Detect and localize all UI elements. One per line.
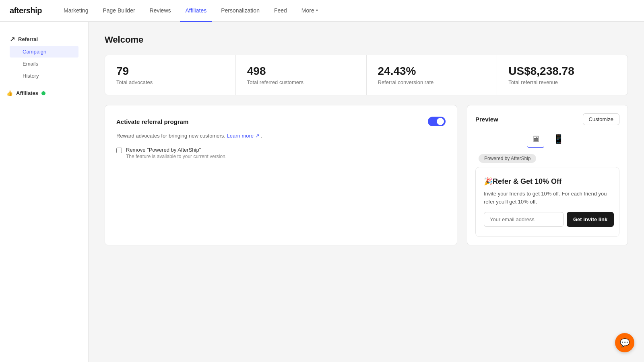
mobile-tab[interactable]: 📱 [549, 132, 568, 148]
nav-personalization[interactable]: Personalization [215, 0, 265, 22]
widget-title: 🎉Refer & Get 10% Off [484, 177, 611, 186]
preview-card: Preview Customize 🖥 📱 Powered by AfterSh… [467, 105, 628, 245]
widget-input-row: Get invite link [484, 212, 611, 227]
sidebar: ↗ Referral Campaign Emails History 👍 Aff… [0, 22, 89, 362]
activate-header: Activate referral program [116, 117, 446, 126]
stat-label-revenue: Total referral revenue [508, 79, 616, 85]
sidebar-referral-title[interactable]: ↗ Referral [6, 33, 82, 45]
customize-button[interactable]: Customize [583, 113, 619, 125]
logo: aftership [10, 6, 42, 15]
activate-toggle[interactable] [428, 117, 446, 126]
stat-value-conversion: 24.43% [378, 65, 486, 78]
stat-value-advocates: 79 [116, 65, 224, 78]
sidebar-item-emails[interactable]: Emails [10, 58, 78, 70]
stat-total-advocates: 79 Total advocates [105, 55, 236, 95]
desktop-tab[interactable]: 🖥 [527, 132, 544, 148]
nav-marketing[interactable]: Marketing [58, 0, 94, 22]
tablet-icon: 📱 [553, 134, 564, 144]
nav-page-builder[interactable]: Page Builder [97, 0, 140, 22]
referral-icon: ↗ [10, 35, 15, 43]
nav-more[interactable]: More ▾ [296, 0, 324, 22]
stat-label-advocates: Total advocates [116, 79, 224, 85]
remove-powered-row: Remove "Powered by AfterShip" The featur… [116, 147, 446, 159]
stat-label-referred: Total referred customers [247, 79, 355, 85]
stat-conversion-rate: 24.43% Referral conversion rate [367, 55, 497, 95]
desktop-icon: 🖥 [531, 134, 540, 144]
page-title: Welcome [105, 35, 628, 45]
sidebar-referral-section: ↗ Referral Campaign Emails History [0, 30, 88, 84]
sidebar-item-campaign[interactable]: Campaign [10, 46, 78, 58]
preview-widget-wrap: Powered by AfterShip 🎉Refer & Get 10% Of… [475, 154, 619, 237]
main-content: Welcome 79 Total advocates 498 Total ref… [89, 22, 644, 362]
activate-title: Activate referral program [116, 118, 188, 125]
nav-reviews[interactable]: Reviews [144, 0, 177, 22]
stat-referral-revenue: US$8,238.78 Total referral revenue [497, 55, 627, 95]
top-nav: aftership Marketing Page Builder Reviews… [0, 0, 644, 22]
stat-label-conversion: Referral conversion rate [378, 79, 486, 85]
widget-cta-button[interactable]: Get invite link [567, 212, 614, 227]
chat-button[interactable]: 💬 [615, 333, 634, 352]
affiliates-badge [41, 91, 45, 95]
widget-email-input[interactable] [484, 212, 564, 227]
nav-links: Marketing Page Builder Reviews Affiliate… [58, 0, 324, 22]
device-tabs: 🖥 📱 [475, 132, 619, 148]
chat-icon: 💬 [620, 338, 630, 348]
chevron-down-icon: ▾ [316, 8, 318, 12]
layout: ↗ Referral Campaign Emails History 👍 Aff… [0, 22, 644, 362]
sidebar-item-history[interactable]: History [10, 70, 78, 82]
checkbox-label: Remove "Powered by AfterShip" The featur… [126, 147, 227, 159]
toggle-slider [428, 117, 446, 126]
thumbs-up-icon: 👍 [6, 90, 13, 96]
stat-referred-customers: 498 Total referred customers [236, 55, 367, 95]
stats-row: 79 Total advocates 498 Total referred cu… [105, 55, 628, 95]
stat-value-revenue: US$8,238.78 [508, 65, 616, 78]
remove-powered-checkbox[interactable] [116, 148, 122, 153]
nav-feed[interactable]: Feed [268, 0, 293, 22]
sidebar-affiliates[interactable]: 👍 Affiliates [0, 87, 88, 99]
nav-affiliates[interactable]: Affiliates [180, 0, 213, 22]
preview-header: Preview Customize [475, 113, 619, 125]
preview-title: Preview [475, 116, 498, 123]
activate-card: Activate referral program Reward advocat… [105, 105, 457, 245]
referral-widget: 🎉Refer & Get 10% Off Invite your friends… [475, 167, 619, 237]
widget-desc: Invite your friends to get 10% off. For … [484, 190, 611, 206]
powered-badge: Powered by AfterShip [479, 154, 536, 163]
stat-value-referred: 498 [247, 65, 355, 78]
bottom-section: Activate referral program Reward advocat… [105, 105, 628, 245]
learn-more-link[interactable]: Learn more ↗ [227, 133, 260, 139]
activate-desc: Reward advocates for bringing new custom… [116, 133, 446, 139]
